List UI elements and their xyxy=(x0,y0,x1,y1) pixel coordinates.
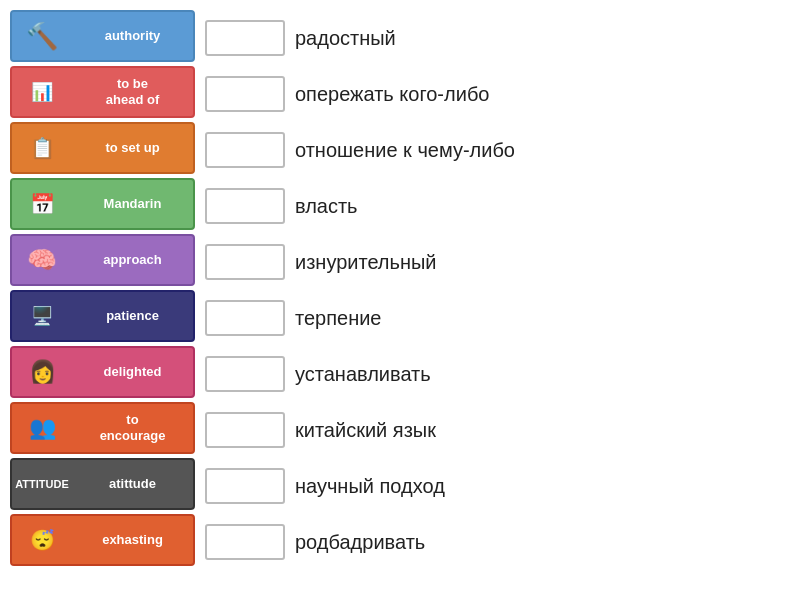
word-card-encourage[interactable]: 👥to encourage xyxy=(10,402,195,454)
matching-row-1: опережать кого-либо xyxy=(205,68,790,120)
card-label-mandarin: Mandarin xyxy=(72,192,193,216)
answer-box-0[interactable] xyxy=(205,20,285,56)
word-card-patience[interactable]: 🖥️patience xyxy=(10,290,195,342)
card-image-patience: 🖥️ xyxy=(12,290,72,342)
card-image-approach: 🧠 xyxy=(12,234,72,286)
matching-row-8: научный подход xyxy=(205,460,790,512)
russian-text-8: научный подход xyxy=(295,475,445,498)
answer-box-9[interactable] xyxy=(205,524,285,560)
card-label-delighted: delighted xyxy=(72,360,193,384)
word-cards-column: 🔨authority📊to be ahead of📋to set up📅Mand… xyxy=(10,10,195,590)
card-label-patience: patience xyxy=(72,304,193,328)
matching-row-2: отношение к чему-либо xyxy=(205,124,790,176)
word-card-attitude[interactable]: ATTITUDEatittude xyxy=(10,458,195,510)
word-card-ahead[interactable]: 📊to be ahead of xyxy=(10,66,195,118)
matching-row-4: изнурительный xyxy=(205,236,790,288)
card-image-attitude: ATTITUDE xyxy=(12,458,72,510)
answer-box-2[interactable] xyxy=(205,132,285,168)
word-card-authority[interactable]: 🔨authority xyxy=(10,10,195,62)
answer-box-6[interactable] xyxy=(205,356,285,392)
russian-text-3: власть xyxy=(295,195,358,218)
card-image-setup: 📋 xyxy=(12,122,72,174)
matching-column: радостныйопережать кого-либоотношение к … xyxy=(205,10,790,590)
main-layout: 🔨authority📊to be ahead of📋to set up📅Mand… xyxy=(10,10,790,590)
answer-box-3[interactable] xyxy=(205,188,285,224)
card-label-attitude: atittude xyxy=(72,472,193,496)
matching-row-5: терпение xyxy=(205,292,790,344)
matching-row-0: радостный xyxy=(205,12,790,64)
card-label-setup: to set up xyxy=(72,136,193,160)
card-image-ahead: 📊 xyxy=(12,66,72,118)
matching-row-3: власть xyxy=(205,180,790,232)
matching-row-9: родбадривать xyxy=(205,516,790,568)
russian-text-6: устанавливать xyxy=(295,363,431,386)
card-image-delighted: 👩 xyxy=(12,346,72,398)
word-card-exhasting[interactable]: 😴exhasting xyxy=(10,514,195,566)
card-image-authority: 🔨 xyxy=(12,10,72,62)
matching-row-6: устанавливать xyxy=(205,348,790,400)
card-image-mandarin: 📅 xyxy=(12,178,72,230)
russian-text-0: радостный xyxy=(295,27,396,50)
card-label-exhasting: exhasting xyxy=(72,528,193,552)
matching-row-7: китайский язык xyxy=(205,404,790,456)
russian-text-9: родбадривать xyxy=(295,531,425,554)
word-card-delighted[interactable]: 👩delighted xyxy=(10,346,195,398)
answer-box-5[interactable] xyxy=(205,300,285,336)
card-label-encourage: to encourage xyxy=(72,408,193,447)
answer-box-7[interactable] xyxy=(205,412,285,448)
card-image-exhasting: 😴 xyxy=(12,514,72,566)
answer-box-4[interactable] xyxy=(205,244,285,280)
russian-text-4: изнурительный xyxy=(295,251,437,274)
card-label-ahead: to be ahead of xyxy=(72,72,193,111)
russian-text-5: терпение xyxy=(295,307,381,330)
card-label-approach: approach xyxy=(72,248,193,272)
answer-box-8[interactable] xyxy=(205,468,285,504)
answer-box-1[interactable] xyxy=(205,76,285,112)
word-card-setup[interactable]: 📋to set up xyxy=(10,122,195,174)
word-card-mandarin[interactable]: 📅Mandarin xyxy=(10,178,195,230)
russian-text-7: китайский язык xyxy=(295,419,436,442)
word-card-approach[interactable]: 🧠approach xyxy=(10,234,195,286)
card-label-authority: authority xyxy=(72,24,193,48)
card-image-encourage: 👥 xyxy=(12,402,72,454)
russian-text-2: отношение к чему-либо xyxy=(295,139,515,162)
russian-text-1: опережать кого-либо xyxy=(295,83,489,106)
